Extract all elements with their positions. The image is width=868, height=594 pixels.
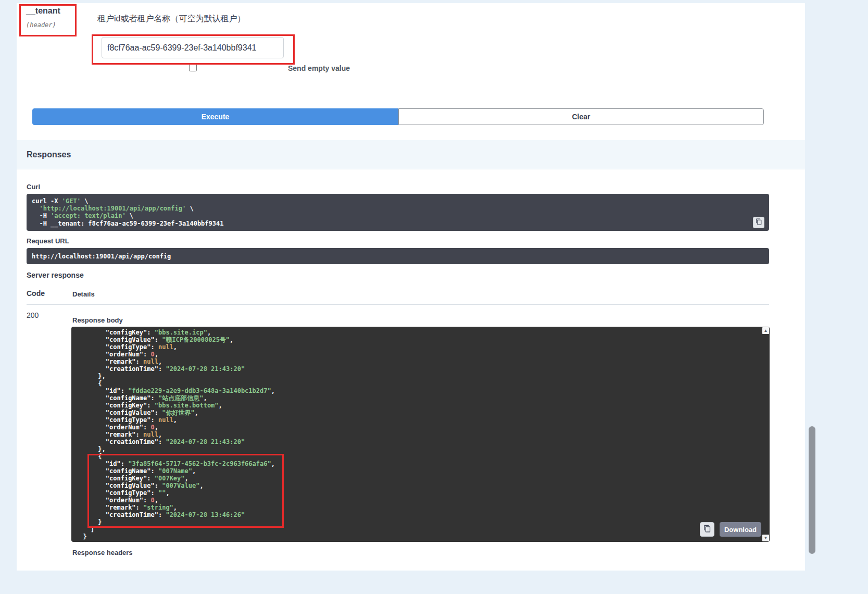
copy-response-button[interactable] — [700, 522, 714, 537]
responses-title: Responses — [27, 150, 71, 159]
execute-button[interactable]: Execute — [32, 108, 398, 125]
parameter-description: 租户id或者租户名称（可空为默认租户） — [97, 14, 245, 24]
copy-curl-button[interactable] — [753, 217, 764, 228]
responses-section-header — [17, 140, 805, 169]
status-code: 200 — [27, 311, 39, 319]
copy-icon — [756, 218, 762, 227]
download-button[interactable]: Download — [720, 522, 761, 537]
tenant-input[interactable] — [102, 37, 284, 58]
send-empty-label: Send empty value — [288, 64, 350, 72]
scroll-down-icon[interactable]: ▼ — [762, 535, 769, 541]
details-column-header: Details — [72, 290, 95, 298]
request-url-label: Request URL — [27, 237, 69, 245]
copy-icon — [703, 525, 711, 535]
curl-command-block: curl -X 'GET' \ 'http://localhost:19001/… — [27, 194, 769, 231]
code-column-header: Code — [27, 289, 45, 298]
parameter-name: __tenant — [26, 6, 60, 16]
response-body-label: Response body — [72, 316, 123, 324]
server-response-label: Server response — [27, 271, 84, 279]
send-empty-checkbox[interactable] — [189, 64, 197, 71]
request-url-block: http://localhost:19001/api/app/config — [27, 248, 769, 264]
request-url-value: http://localhost:19001/api/app/config — [32, 253, 171, 260]
clear-button[interactable]: Clear — [398, 108, 764, 125]
response-body-block: "configKey": "bbs.site.icp", "configValu… — [71, 327, 770, 542]
curl-label: Curl — [27, 183, 40, 191]
swagger-ui-page: __tenant (header) 租户id或者租户名称（可空为默认租户） Se… — [0, 0, 868, 594]
table-header-divider — [27, 304, 769, 305]
response-headers-label: Response headers — [72, 549, 133, 556]
page-scrollbar-thumb[interactable] — [809, 426, 815, 554]
scroll-up-icon[interactable]: ▲ — [762, 327, 769, 334]
parameter-location: (header) — [26, 21, 56, 29]
